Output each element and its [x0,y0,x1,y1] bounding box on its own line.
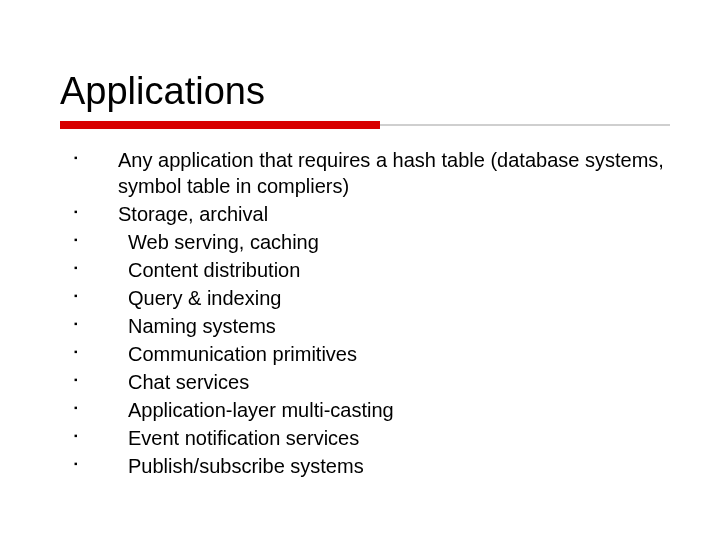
list-item: Naming systems [70,313,670,339]
list-item: Chat services [70,369,670,395]
list-item: Communication primitives [70,341,670,367]
title-underline [60,121,670,129]
list-item-text: Any application that requires a hash tab… [118,149,664,197]
list-item-text: Event notification services [118,425,359,451]
list-item: Event notification services [70,425,670,451]
slide-title: Applications [60,70,670,113]
list-item-text: Application-layer multi-casting [118,397,394,423]
list-item: Content distribution [70,257,670,283]
list-item-text: Communication primitives [118,341,357,367]
list-item: Query & indexing [70,285,670,311]
list-item-text: Chat services [118,369,249,395]
title-underline-thick [60,121,380,129]
list-item-text: Naming systems [118,313,276,339]
bullet-list: Any application that requires a hash tab… [60,147,670,479]
list-item-text: Query & indexing [118,285,281,311]
list-item-text: Publish/subscribe systems [118,453,364,479]
list-item: Application-layer multi-casting [70,397,670,423]
list-item: Any application that requires a hash tab… [70,147,670,199]
list-item-text: Content distribution [118,257,300,283]
list-item: Web serving, caching [70,229,670,255]
slide: Applications Any application that requir… [0,0,720,540]
list-item: Publish/subscribe systems [70,453,670,479]
list-item: Storage, archival [70,201,670,227]
list-item-text: Storage, archival [118,203,268,225]
list-item-text: Web serving, caching [118,229,319,255]
